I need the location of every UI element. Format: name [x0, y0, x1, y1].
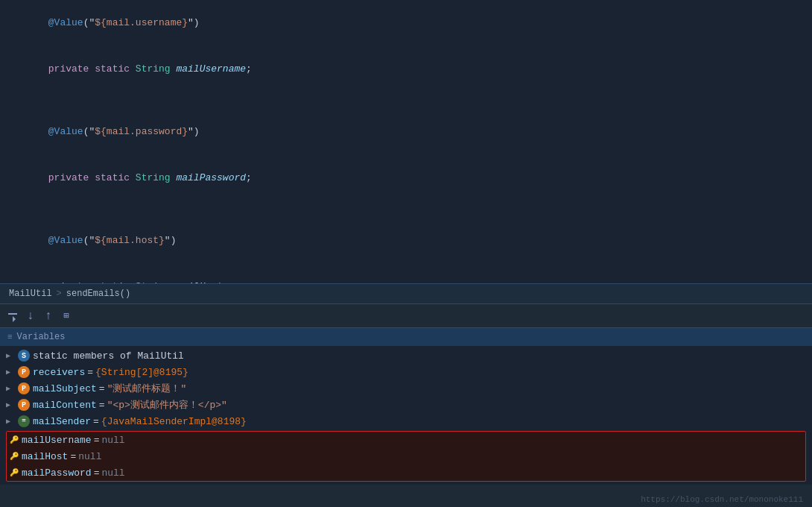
string-token: ${mail.password} [95, 126, 188, 137]
breadcrumb-separator: > [57, 289, 62, 299]
code-line: @Value("${mail.host}") [0, 218, 812, 264]
var-highlighted-group: 🔑 mailUsername = null 🔑 mailHost = null … [6, 431, 806, 482]
expand-icon: 🔑 [10, 468, 22, 477]
var-name-mailsender: mailSender [33, 416, 91, 427]
annotation-token: @Value [48, 235, 83, 246]
code-token: (" [83, 126, 95, 137]
expand-icon: 🔑 [10, 435, 22, 444]
step-out-button[interactable]: ↑ [42, 309, 55, 323]
var-equals: = [99, 383, 105, 394]
var-value-mailcontent: "<p>测试邮件内容！</p>" [107, 398, 227, 412]
code-token: (" [83, 235, 95, 246]
code-line [0, 92, 812, 109]
code-content: @Value("${mail.password}") [13, 110, 812, 154]
expand-icon: ▶ [6, 351, 18, 360]
var-name-mailusername: mailUsername [22, 435, 92, 446]
expand-icon: ▶ [6, 384, 18, 393]
step-into-button[interactable]: ↓ [24, 309, 37, 323]
breadcrumb-method: sendEmails() [66, 289, 130, 299]
code-content [13, 202, 812, 217]
var-name: static members of MailUtil [33, 350, 184, 362]
code-content: private static String mailUsername; [13, 47, 812, 92]
code-token: ") [165, 235, 177, 246]
type-token: String [136, 281, 177, 283]
variables-list: ▶ S static members of MailUtil ▶ P recei… [0, 346, 812, 485]
var-name-receivers: receivers [33, 367, 85, 378]
var-equals: = [70, 451, 76, 462]
code-content: private static String mailHost; [13, 265, 812, 283]
var-type-icon: P [18, 382, 30, 394]
var-equals: = [94, 467, 100, 479]
code-line: private static String mailHost; [0, 264, 812, 283]
code-content [13, 93, 812, 108]
variables-title: Variables [17, 332, 66, 342]
var-item-mailusername[interactable]: 🔑 mailUsername = null [7, 432, 805, 448]
var-name-mailcontent: mailContent [33, 400, 97, 411]
code-token: ; [246, 63, 252, 75]
var-token: mailUsername [176, 63, 246, 75]
code-line: @Value("${mail.username}") [0, 0, 812, 46]
code-token: ; [246, 172, 252, 183]
code-token: ") [188, 17, 200, 28]
var-value-mailsender: {JavaMailSenderImpl@8198} [101, 416, 247, 427]
var-equals: = [87, 367, 93, 378]
var-value-mailhost: null [78, 451, 101, 462]
var-token: mailHost [176, 281, 222, 283]
code-line [0, 201, 812, 218]
var-item-receivers[interactable]: ▶ P receivers = {String[2]@8195} [0, 364, 812, 380]
view-button[interactable]: ⊞ [60, 309, 73, 323]
code-content: @Value("${mail.host}") [13, 218, 812, 263]
var-item-mailsubject[interactable]: ▶ P mailSubject = "测试邮件标题！" [0, 380, 812, 397]
variables-panel: ≡ Variables ▶ S static members of MailUt… [0, 328, 812, 485]
string-token: ${mail.username} [95, 17, 188, 28]
code-editor: @Value("${mail.username}") private stati… [0, 0, 812, 283]
type-token: String [136, 172, 177, 183]
var-type-icon: S [18, 350, 30, 362]
var-name-mailpassword: mailPassword [22, 467, 92, 479]
var-value-receivers: {String[2]@8195} [95, 367, 188, 378]
expand-icon: ▶ [6, 368, 18, 377]
var-equals: = [94, 435, 100, 446]
annotation-token: @Value [48, 126, 83, 137]
var-item-static[interactable]: ▶ S static members of MailUtil [0, 347, 812, 364]
code-content: private static String mailPassword; [13, 156, 812, 201]
var-type-icon: = [18, 415, 30, 427]
var-type-icon: P [18, 399, 30, 411]
expand-icon: ▶ [6, 400, 18, 409]
var-value-mailsubject: "测试邮件标题！" [107, 382, 187, 395]
type-token: String [136, 63, 177, 75]
code-token: ") [188, 126, 200, 137]
code-line: private static String mailUsername; [0, 46, 812, 92]
code-token: ; [223, 281, 229, 283]
watermark: https://blog.csdn.net/mononoke111 [641, 495, 803, 504]
code-token: (" [83, 17, 95, 28]
var-item-mailpassword[interactable]: 🔑 mailPassword = null [7, 465, 805, 481]
var-token: mailPassword [176, 172, 246, 183]
expand-icon: 🔑 [10, 452, 22, 461]
debug-toolbar: ↓ ↑ ⊞ [0, 304, 812, 328]
breadcrumb-bar: MailUtil > sendEmails() [0, 283, 812, 304]
var-value-mailusername: null [101, 435, 124, 446]
code-line: private static String mailPassword; [0, 155, 812, 201]
code-line: @Value("${mail.password}") [0, 109, 812, 155]
annotation-token: @Value [48, 17, 83, 28]
expand-icon: ▶ [6, 417, 18, 426]
var-value-mailpassword: null [101, 467, 124, 479]
var-equals: = [99, 400, 105, 411]
breadcrumb-class: MailUtil [9, 289, 52, 299]
string-token: ${mail.host} [95, 235, 165, 246]
code-content: @Value("${mail.username}") [13, 1, 812, 45]
keyword-token: private static [48, 63, 136, 75]
var-name-mailsubject: mailSubject [33, 383, 97, 394]
var-name-mailhost: mailHost [22, 451, 68, 462]
var-equals: = [93, 416, 99, 427]
var-type-icon: P [18, 366, 30, 378]
step-over-button[interactable] [6, 309, 19, 323]
keyword-token: private static [48, 172, 136, 183]
variables-header: ≡ Variables [0, 328, 812, 346]
var-item-mailhost[interactable]: 🔑 mailHost = null [7, 448, 805, 465]
keyword-token: private static [48, 281, 136, 283]
variables-icon: ≡ [7, 333, 13, 341]
var-item-mailsender[interactable]: ▶ = mailSender = {JavaMailSenderImpl@819… [0, 413, 812, 429]
var-item-mailcontent[interactable]: ▶ P mailContent = "<p>测试邮件内容！</p>" [0, 397, 812, 413]
